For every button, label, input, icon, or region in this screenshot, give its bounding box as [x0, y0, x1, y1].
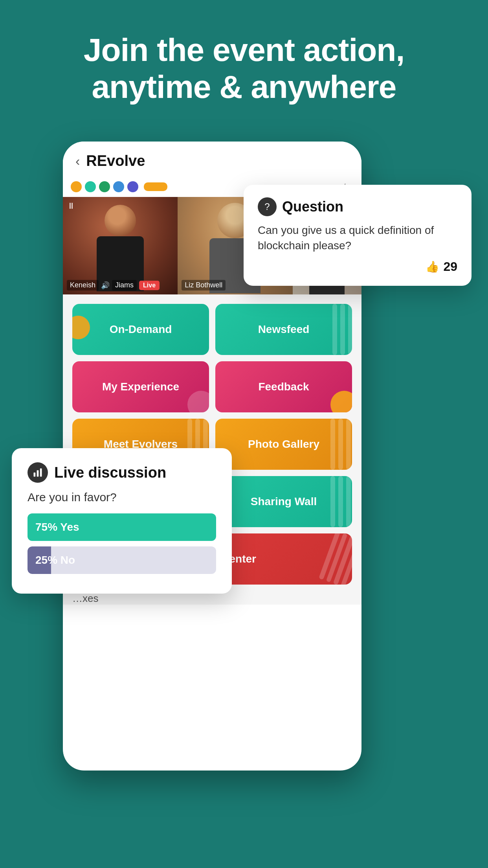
tile-photo-gallery[interactable]: Photo Gallery [215, 419, 352, 470]
dot-blue1 [113, 181, 124, 192]
live-discussion-popup: Live discussion Are you in favor? 75% Ye… [12, 448, 232, 594]
dot-orange [71, 181, 82, 192]
person1-name2: Jiams [112, 280, 137, 291]
hero-section: Join the event action, anytime & anywher… [0, 0, 488, 121]
tile-my-experience[interactable]: My Experience [72, 361, 209, 412]
live-popup-header: Live discussion [28, 462, 216, 483]
hero-text: Join the event action, anytime & anywher… [0, 0, 488, 121]
svg-rect-1 [37, 470, 39, 476]
tile-feedback-circle [330, 391, 352, 412]
dot-green1 [85, 181, 96, 192]
question-mark-icon: ? [264, 201, 270, 212]
tile-newsfeed-label: Newsfeed [258, 323, 310, 336]
person1-name: Keneish [67, 280, 99, 291]
tile-newsfeed[interactable]: Newsfeed [215, 304, 352, 355]
poll-bar-no: 25% No [28, 546, 216, 574]
dot-blue2 [127, 181, 138, 192]
live-popup-title: Live discussion [54, 464, 166, 481]
person2-name: Liz Bothwell [182, 280, 226, 291]
tile-sharing-wall[interactable]: Sharing Wall [215, 476, 352, 527]
hero-line2: anytime & anywhere [92, 69, 396, 105]
tile-solutions-deco [319, 533, 352, 585]
pause-button[interactable]: ⏸ [67, 201, 75, 211]
tile-on-demand[interactable]: On-Demand [72, 304, 209, 355]
phone-title: REvolve [86, 153, 145, 169]
popup-footer: 👍 29 [258, 259, 457, 274]
chart-icon [32, 467, 43, 478]
svg-rect-2 [40, 469, 42, 477]
question-popup: ? Question Can you give us a quick defin… [244, 185, 471, 286]
tile-on-demand-circle [72, 316, 90, 339]
video-cell-1: ⏸ Keneish 🔊 Jiams Live [63, 197, 178, 294]
poll-no-label: 25% No [35, 554, 75, 566]
live-popup-question: Are you in favor? [28, 491, 216, 504]
partial-text: …xes [72, 592, 98, 605]
mic-icon: 🔊 [101, 281, 110, 290]
back-button[interactable]: ‹ [75, 153, 80, 169]
tile-sharing-wall-label: Sharing Wall [251, 495, 317, 508]
poll-yes-label: 75% Yes [35, 521, 79, 533]
tile-sharing-wall-deco [330, 476, 352, 527]
thumbs-up-icon: 👍 [426, 260, 439, 273]
tile-newsfeed-deco [332, 304, 352, 355]
video-label-1: Keneish 🔊 Jiams Live [67, 280, 160, 291]
popup-header: ? Question [258, 197, 457, 216]
tile-photo-gallery-deco [330, 419, 352, 470]
hero-line1: Join the event action, [84, 32, 404, 68]
poll-bar-yes: 75% Yes [28, 513, 216, 541]
dot-bar [144, 182, 167, 191]
video-dots [71, 181, 167, 192]
tile-feedback[interactable]: Feedback [215, 361, 352, 412]
tile-on-demand-label: On-Demand [110, 323, 172, 336]
tile-feedback-label: Feedback [258, 381, 309, 393]
phone-header: ‹ REvolve [63, 142, 361, 177]
live-badge: Live [139, 281, 160, 290]
dot-green2 [99, 181, 110, 192]
popup-text: Can you give us a quick definition of bl… [258, 223, 457, 253]
question-icon: ? [258, 197, 277, 216]
popup-title: Question [282, 199, 343, 215]
bottom-partial: …xes [63, 592, 361, 605]
avatar-1 [105, 205, 136, 236]
tile-my-experience-label: My Experience [102, 381, 179, 393]
svg-rect-0 [34, 473, 36, 477]
tile-photo-gallery-label: Photo Gallery [248, 438, 319, 451]
like-count: 29 [443, 259, 457, 274]
video-label-2: Liz Bothwell [182, 280, 226, 291]
live-discussion-icon [28, 462, 48, 483]
